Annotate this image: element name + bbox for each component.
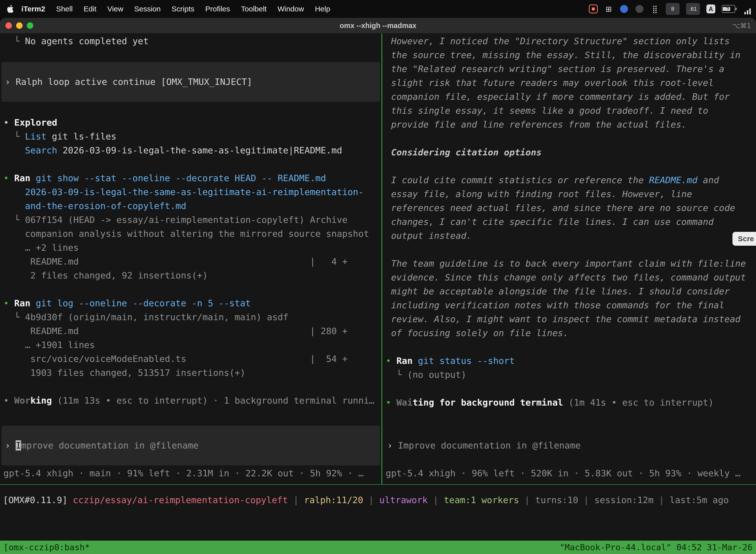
text-run: ting for background terminal — [413, 397, 563, 407]
text-run: However, I noticed the "Directory Struct… — [386, 36, 730, 46]
text-run: src/voice/voiceModeEnabled.ts | 54 + — [3, 354, 348, 364]
text-run: • — [386, 397, 396, 407]
text-run: ultrawork — [379, 495, 428, 505]
menu-session[interactable]: Session — [129, 5, 166, 13]
text-run: The team guideline is to back every impo… — [386, 258, 746, 269]
right-command-input[interactable]: › Improve documentation in @filename — [384, 426, 755, 465]
text-run: List — [25, 131, 47, 142]
text-run: … +2 lines — [3, 242, 79, 253]
text-run: | — [363, 495, 379, 505]
right-pane-transcript: However, I noticed the "Directory Struct… — [382, 34, 756, 409]
screen-share-overlay[interactable]: Scre — [733, 232, 756, 246]
zoom-button[interactable] — [27, 22, 33, 29]
left-terminal-pane: └ No agents completed yet› Ralph loop ac… — [0, 34, 381, 484]
text-run: › — [5, 77, 16, 87]
text-run: review. Also, I might want to inspect th… — [386, 314, 740, 324]
text-run: (1m 41s • esc to interrupt) — [563, 397, 713, 407]
screen-recording-indicator-icon[interactable] — [589, 3, 598, 14]
input-source-icon[interactable]: A — [706, 4, 715, 13]
text-run: references need actual files, and since … — [386, 203, 735, 213]
menu-help[interactable]: Help — [310, 5, 336, 13]
ran-command: • Ran git show --stat --oneline --decora… — [0, 171, 381, 185]
dark-app-icon[interactable] — [635, 3, 644, 14]
extension-grid-icon[interactable]: ⊞ — [604, 3, 613, 14]
menu-view[interactable]: View — [102, 5, 129, 13]
menu-app-name[interactable]: iTerm2 — [16, 5, 51, 13]
terminal-line: this single essay, it seems like a good … — [382, 104, 756, 118]
text-run: No agents completed yet — [25, 36, 149, 46]
text-run: └ — [3, 131, 25, 142]
terminal-line: companion file, especially if more comme… — [382, 90, 756, 104]
terminal-line: └ 067f154 (HEAD -> essay/ai-reimplementa… — [0, 213, 381, 227]
battery-icon[interactable]: ϟ — [722, 3, 737, 14]
text-run: Wor — [14, 395, 30, 405]
stat-61-icon[interactable]: .61 — [686, 3, 700, 15]
text-run: Ran — [396, 356, 413, 366]
text-run — [30, 298, 36, 308]
terminal-line: README.md | 4 + — [0, 255, 381, 269]
minimize-button[interactable] — [16, 22, 22, 29]
text-run: • — [386, 356, 396, 366]
text-run: 2 files changed, 92 insertions(+) — [3, 270, 208, 280]
menu-scripts[interactable]: Scripts — [166, 5, 200, 13]
menu-edit[interactable]: Edit — [78, 5, 102, 13]
text-run: and-the-erosion-of-copyleft.md — [25, 201, 186, 211]
text-run: including verification notes with those … — [386, 300, 724, 310]
text-run: • — [3, 117, 14, 127]
terminal-line: 2026-03-09-is-legal-the-same-as-legitima… — [0, 185, 381, 199]
text-run: git show --stat --oneline --decorate HEA… — [36, 173, 326, 183]
text-run: • — [3, 395, 14, 405]
right-pane-bottom: › Improve documentation in @filename gpt… — [382, 426, 756, 484]
window-title: omx --xhigh --madmax — [0, 21, 756, 30]
text-run: (11m 13s • esc to interrupt) · 1 backgro… — [52, 395, 374, 405]
window-titlebar[interactable]: omx --xhigh --madmax ⌥⌘1 — [0, 18, 756, 34]
blank-line — [0, 102, 381, 116]
text-run: | — [653, 495, 670, 505]
text-run: provide file and line references from th… — [386, 119, 687, 129]
text-run: turns:10 — [535, 495, 578, 505]
tmux-status-bar: [omx-cczip0:bash* "MacBook-Pro-44.local"… — [0, 541, 756, 554]
terminal-line: provide file and line references from th… — [382, 118, 756, 131]
terminal-line: the source tree, missing the essay. Stil… — [382, 48, 756, 62]
menu-profiles[interactable]: Profiles — [200, 5, 235, 13]
menu-window[interactable]: Window — [272, 5, 310, 13]
text-run — [3, 201, 25, 211]
menu-shell[interactable]: Shell — [51, 5, 78, 13]
text-run: 2026-03-09-is-legal-the-same-as-legitima… — [25, 187, 364, 197]
blank-line — [382, 340, 756, 354]
apple-menu-icon[interactable] — [6, 5, 13, 13]
terminal-line: … +2 lines — [0, 241, 381, 255]
text-run: I could cite commit statistics or refere… — [386, 175, 649, 185]
terminal-line: essay file, along with finding root file… — [382, 187, 756, 201]
stat-8-icon[interactable]: 8 — [666, 3, 680, 15]
terminal-line: Search 2026-03-09-is-legal-the-same-as-l… — [0, 144, 381, 157]
signal-bars-icon[interactable] — [743, 3, 752, 14]
dots-grid-icon[interactable]: ⣿ — [650, 3, 659, 14]
text-run — [3, 187, 25, 197]
macos-menubar: iTerm2 ShellEditViewSessionScriptsProfil… — [0, 0, 756, 18]
menubar-menus: ShellEditViewSessionScriptsProfilesToolb… — [51, 5, 335, 13]
terminal-line: └ List git ls-files — [0, 129, 381, 144]
text-run: › — [387, 440, 398, 450]
close-button[interactable] — [5, 22, 12, 29]
menu-toolbelt[interactable]: Toolbelt — [236, 5, 272, 13]
thinking-heading: Considering citation options — [382, 146, 756, 159]
text-run: | — [519, 495, 535, 505]
text-run: | — [288, 495, 304, 505]
text-run: └ — [3, 312, 25, 322]
input-line[interactable]: › Improve documentation in @filename — [1, 439, 380, 452]
text-run: git ls-files — [46, 131, 116, 142]
text-run: companion file, especially if more comme… — [386, 92, 730, 102]
left-model-status: gpt-5.4 xhigh · main · 91% left · 2.31M … — [0, 466, 381, 480]
left-command-input[interactable]: › Improve documentation in @filename — [1, 426, 380, 465]
blue-app-icon[interactable] — [620, 3, 629, 14]
left-pane-transcript: └ No agents completed yet› Ralph loop ac… — [0, 34, 381, 407]
text-run: team:1 workers — [444, 495, 519, 505]
pane-bottom-border — [0, 484, 756, 485]
text-run: evidence. Since this change only affects… — [386, 272, 746, 282]
right-model-status: gpt-5.4 xhigh · 96% left · 520K in · 5.8… — [382, 466, 756, 480]
input-line[interactable]: › Improve documentation in @filename — [384, 439, 755, 452]
terminal-line: The team guideline is to back every impo… — [382, 257, 756, 271]
blank-line — [0, 157, 381, 171]
text-run: 4b9d30f (origin/main, instructkr/main, m… — [25, 312, 289, 322]
